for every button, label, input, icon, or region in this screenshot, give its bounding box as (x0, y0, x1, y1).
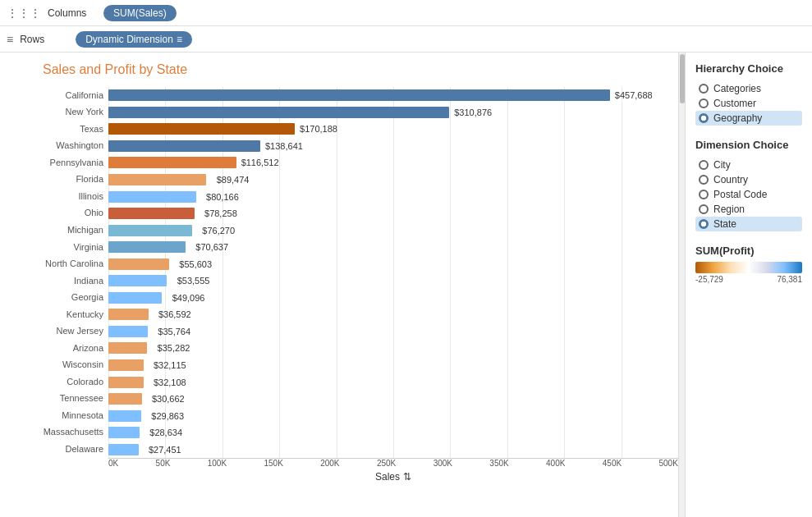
bar-row[interactable]: $80,166 (108, 188, 678, 205)
dimension-option[interactable]: State (695, 217, 802, 231)
bar-value: $170,188 (300, 124, 337, 134)
bar[interactable]: $36,592 (108, 309, 149, 320)
bar[interactable]: $310,876 (108, 107, 449, 118)
hierarchy-option[interactable]: Customer (695, 96, 802, 111)
radio-label: Country (713, 174, 748, 185)
bar-row[interactable]: $28,634 (108, 424, 678, 442)
x-tick: 400K (546, 459, 565, 468)
bar-row[interactable]: $35,282 (108, 340, 678, 357)
bar[interactable]: $53,555 (108, 275, 167, 286)
y-label: Arizona (10, 344, 108, 353)
y-axis: CaliforniaNew YorkTexasWashingtonPennsyl… (10, 87, 108, 483)
bar-row[interactable]: $29,863 (108, 407, 678, 424)
x-tick: 50K (156, 459, 171, 468)
bar-value: $116,512 (241, 158, 279, 167)
bar[interactable]: $457,688 (108, 89, 610, 101)
bar-value: $457,688 (615, 90, 653, 100)
bar[interactable]: $32,108 (108, 377, 144, 388)
bar[interactable]: $27,451 (108, 444, 139, 455)
bar-value: $29,863 (151, 411, 184, 421)
y-label: Kentucky (10, 310, 108, 319)
bar[interactable]: $80,166 (108, 191, 196, 203)
y-label: Massachusetts (10, 428, 108, 437)
x-axis: 0K50K100K150K200K250K300K350K400K450K500… (108, 458, 678, 483)
bar[interactable]: $116,512 (108, 157, 236, 168)
bar-row[interactable]: $89,474 (108, 172, 678, 189)
hierarchy-option[interactable]: Geography (695, 111, 802, 126)
bar[interactable]: $138,641 (108, 140, 260, 152)
scrollbar-thumb[interactable] (680, 54, 685, 103)
bar-row[interactable]: $53,555 (108, 272, 678, 290)
radio-circle (699, 160, 709, 170)
bar[interactable]: $89,474 (108, 174, 206, 185)
bar-row[interactable]: $170,188 (108, 121, 678, 138)
bar-row[interactable]: $35,764 (108, 323, 678, 341)
rows-pill[interactable]: Dynamic Dimension ≡ (76, 31, 192, 48)
bar[interactable]: $170,188 (108, 123, 295, 135)
hierarchy-option[interactable]: Categories (695, 81, 802, 96)
bar[interactable]: $35,282 (108, 342, 147, 354)
hierarchy-title: Hierarchy Choice (695, 62, 802, 75)
bar[interactable]: $70,637 (108, 241, 186, 253)
bar-value: $28,634 (149, 428, 182, 437)
scrollbar[interactable] (678, 53, 685, 517)
radio-label: State (713, 218, 736, 230)
y-label: North Carolina (10, 259, 108, 268)
y-label: Delaware (10, 445, 108, 454)
bar-value: $35,282 (158, 343, 190, 353)
y-label: Washington (10, 141, 108, 150)
radio-label: City (713, 159, 731, 171)
bar-row[interactable]: $55,603 (108, 255, 678, 272)
y-label: Georgia (10, 293, 108, 302)
y-label: New Jersey (10, 327, 108, 336)
hierarchy-section: Hierarchy Choice CategoriesCustomerGeogr… (695, 62, 802, 126)
y-label: Indiana (10, 277, 108, 286)
bar-row[interactable]: $78,258 (108, 205, 678, 222)
bar[interactable]: $35,764 (108, 326, 148, 337)
bar[interactable]: $29,863 (108, 410, 141, 422)
x-tick: 0K (108, 459, 118, 468)
radio-circle (699, 98, 709, 108)
bar-row[interactable]: $32,115 (108, 357, 678, 374)
bar[interactable]: $30,662 (108, 393, 142, 405)
bar-value: $49,096 (172, 293, 205, 303)
bar[interactable]: $78,258 (108, 208, 195, 219)
dimension-option[interactable]: City (695, 158, 802, 172)
chart-title-suffix: by State (135, 62, 187, 76)
radio-label: Geography (713, 112, 762, 124)
bar-row[interactable]: $30,662 (108, 391, 678, 408)
sort-icon[interactable]: ⇅ (403, 471, 411, 483)
bars-area: $457,688$310,876$170,188$138,641$116,512… (108, 87, 678, 483)
bar-value: $70,637 (195, 242, 228, 252)
legend-bar (695, 262, 802, 273)
y-label: Tennessee (10, 394, 108, 403)
bar[interactable]: $32,115 (108, 359, 144, 371)
x-tick: 200K (320, 459, 339, 468)
rows-pill-icon: ≡ (177, 34, 182, 45)
dimension-option[interactable]: Region (695, 202, 802, 217)
dimension-option[interactable]: Country (695, 172, 802, 187)
bar-row[interactable]: $310,876 (108, 104, 678, 121)
bar-row[interactable]: $116,512 (108, 154, 678, 172)
main-content: Sales and Profit by State CaliforniaNew … (0, 53, 812, 517)
bar-row[interactable]: $32,108 (108, 373, 678, 391)
bar[interactable]: $49,096 (108, 292, 162, 304)
columns-pill[interactable]: SUM(Sales) (103, 5, 177, 21)
radio-label: Postal Code (713, 189, 767, 200)
bar[interactable]: $55,603 (108, 258, 169, 270)
chart-title: Sales and Profit by State (10, 62, 678, 77)
bar-row[interactable]: $138,641 (108, 138, 678, 155)
bar-row[interactable]: $36,592 (108, 306, 678, 323)
bar-row[interactable]: $27,451 (108, 441, 678, 458)
bar-row[interactable]: $70,637 (108, 239, 678, 256)
dimension-option[interactable]: Postal Code (695, 187, 802, 202)
radio-circle (699, 204, 709, 214)
bar-row[interactable]: $76,270 (108, 222, 678, 239)
bar[interactable]: $76,270 (108, 225, 192, 236)
y-label: Wisconsin (10, 360, 108, 369)
dimension-section: Dimension Choice CityCountryPostal CodeR… (695, 139, 802, 231)
bar-row[interactable]: $457,688 (108, 87, 678, 104)
bar-row[interactable]: $49,096 (108, 290, 678, 307)
bar[interactable]: $28,634 (108, 427, 140, 438)
columns-icon: ⋮⋮⋮ (7, 7, 41, 20)
